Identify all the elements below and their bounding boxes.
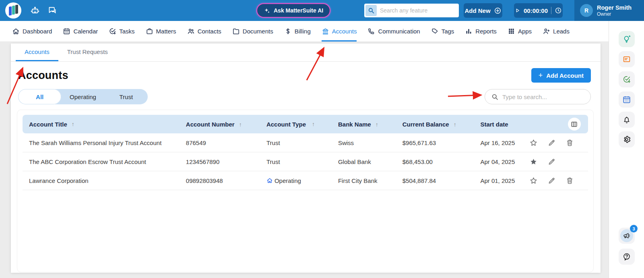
cell-account-type: Trust (266, 139, 338, 146)
calendar-icon (622, 95, 631, 104)
table-row[interactable]: The ABC Corporation Escrow Trust Account… (23, 152, 588, 171)
tasks-icon (109, 27, 116, 35)
cell-account-type: Operating (266, 177, 338, 184)
nav-item-reports[interactable]: Reports (465, 21, 497, 41)
nav-item-leads[interactable]: Leads (543, 21, 570, 41)
column-header[interactable]: Start date (480, 121, 527, 128)
app-header: Ask MatterSuite AI Add New 00:00:00 R Ro… (0, 0, 644, 21)
nav-label: Accounts (332, 28, 357, 35)
cell-current-balance: $68,453.00 (402, 158, 481, 165)
filter-operating[interactable]: Operating (61, 89, 104, 104)
ask-ai-label: Ask MatterSuite AI (274, 7, 323, 14)
nav-label: Matters (156, 28, 176, 35)
cell-account-number: 876549 (186, 139, 266, 146)
user-name: Roger Smith (597, 4, 632, 11)
delete-icon[interactable] (566, 139, 574, 147)
play-icon (515, 8, 520, 13)
bell-icon (622, 115, 631, 124)
sidebar-settings-button[interactable] (619, 131, 635, 147)
star-icon[interactable] (529, 139, 538, 147)
column-header[interactable]: Account Title↑ (29, 121, 186, 128)
star-icon[interactable] (529, 176, 538, 185)
check-plus-icon (622, 75, 631, 84)
edit-icon[interactable] (547, 158, 556, 166)
sort-arrow-icon[interactable]: ↑ (239, 121, 242, 128)
global-search-input[interactable] (380, 7, 458, 14)
sidebar-help-button[interactable] (619, 249, 635, 265)
page-title: Accounts (18, 69, 68, 82)
star-filled-icon[interactable] (529, 158, 538, 166)
timer-button[interactable]: 00:00:00 (514, 3, 563, 18)
add-new-label: Add New (464, 7, 490, 14)
nav-label: Apps (518, 28, 532, 35)
main-nav: DashboardCalendarTasksMattersContactsDoc… (0, 21, 609, 42)
subtabs: AccountsTrust Requests (11, 44, 601, 62)
column-settings-button[interactable] (568, 118, 581, 131)
column-header[interactable]: Account Type↑ (266, 121, 338, 128)
add-new-button[interactable]: Add New (464, 3, 502, 18)
columns-icon (570, 120, 578, 128)
subtab-accounts[interactable]: Accounts (16, 44, 58, 61)
quick-access-sidebar: 3 (609, 21, 644, 278)
dollar-icon (284, 27, 292, 35)
nav-item-accounts[interactable]: Accounts (322, 21, 357, 41)
nav-label: Billing (295, 28, 311, 35)
sidebar-add-task-button[interactable] (619, 71, 635, 87)
cell-current-balance: $965,671.63 (402, 139, 481, 146)
search-icon (491, 93, 499, 101)
table-row[interactable]: The Sarah Williams Personal Injury Trust… (23, 133, 588, 152)
table-search-input[interactable] (502, 93, 584, 100)
edit-icon[interactable] (547, 139, 556, 147)
column-header[interactable]: Current Balance↑ (402, 121, 481, 128)
nav-label: Contacts (198, 28, 221, 35)
nav-label: Documents (243, 28, 273, 35)
edit-icon[interactable] (547, 176, 556, 185)
delete-icon[interactable] (566, 176, 574, 185)
sort-arrow-icon[interactable]: ↑ (312, 121, 315, 127)
sidebar-notifications-button[interactable] (619, 112, 635, 128)
cell-start-date: Apr 04, 2025 (480, 158, 527, 165)
tag-icon (431, 27, 439, 35)
nav-item-apps[interactable]: Apps (508, 21, 532, 41)
sidebar-calendar-button[interactable] (619, 91, 635, 108)
sidebar-ideas-button[interactable] (619, 31, 635, 47)
grid-icon (508, 27, 515, 35)
chat-icon[interactable] (47, 6, 57, 15)
global-search (364, 4, 459, 17)
cell-account-type: Trust (266, 158, 338, 165)
filter-all[interactable]: All (18, 89, 61, 104)
sidebar-notes-button[interactable] (619, 51, 635, 67)
briefcase-icon (146, 27, 153, 35)
mattersuite-logo[interactable] (5, 2, 21, 19)
ai-bot-icon[interactable] (30, 6, 40, 15)
ask-mattersuite-ai-button[interactable]: Ask MatterSuite AI (256, 3, 330, 18)
nav-item-tags[interactable]: Tags (431, 21, 454, 41)
sidebar-announcements-button[interactable]: 3 (619, 228, 635, 244)
user-menu[interactable]: R Roger Smith Owner (574, 0, 644, 21)
nav-item-dashboard[interactable]: Dashboard (12, 21, 52, 41)
nav-item-tasks[interactable]: Tasks (109, 21, 134, 41)
sort-arrow-icon[interactable]: ↑ (376, 121, 378, 128)
nav-label: Tags (442, 28, 454, 35)
cell-account-title: The ABC Corporation Escrow Trust Account (29, 158, 186, 165)
nav-label: Tasks (119, 28, 134, 35)
cell-current-balance: $504,887.84 (402, 177, 481, 184)
nav-item-matters[interactable]: Matters (146, 21, 176, 41)
nav-item-calendar[interactable]: Calendar (63, 21, 98, 41)
nav-item-billing[interactable]: Billing (284, 21, 311, 41)
filter-trust[interactable]: Trust (105, 89, 148, 104)
sort-arrow-icon[interactable]: ↑ (454, 121, 456, 128)
nav-item-communication[interactable]: Communication (367, 21, 420, 41)
chart-icon (465, 27, 473, 35)
cell-bank-name: First City Bank (338, 177, 402, 184)
sort-arrow-icon[interactable]: ↑ (72, 121, 74, 127)
column-header[interactable]: Bank Name↑ (338, 121, 402, 128)
divider (551, 7, 551, 14)
nav-item-documents[interactable]: Documents (232, 21, 273, 41)
subtab-trust-requests[interactable]: Trust Requests (58, 44, 117, 61)
nav-label: Calendar (73, 28, 98, 35)
add-account-button[interactable]: + Add Account (531, 68, 591, 83)
nav-item-contacts[interactable]: Contacts (187, 21, 221, 41)
column-header[interactable]: Account Number↑ (186, 121, 266, 128)
table-row[interactable]: Lawrance Corporation09892803948Operating… (23, 171, 588, 190)
